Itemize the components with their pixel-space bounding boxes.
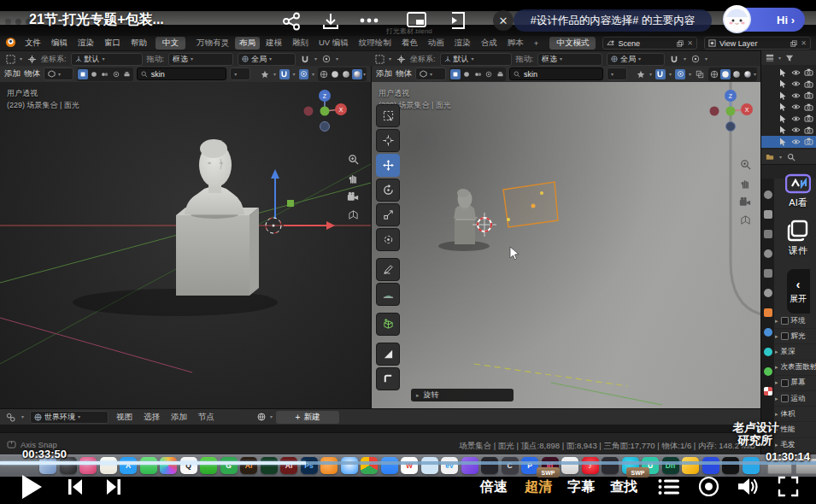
pointer-icon[interactable] xyxy=(778,91,788,100)
tab-output-icon[interactable] xyxy=(764,230,772,238)
properties-panel-row[interactable]: ▸辉光 xyxy=(775,329,816,344)
expand-tab[interactable]: ‹ 展开 xyxy=(787,269,810,314)
camera-icon[interactable] xyxy=(804,79,813,89)
navigation-gizmo[interactable]: Z X xyxy=(301,87,349,135)
outliner-row[interactable] xyxy=(761,102,816,114)
tab-view-layer-icon[interactable] xyxy=(764,249,772,258)
tab-modifiers-icon[interactable] xyxy=(764,328,772,337)
panel-checkbox[interactable] xyxy=(781,317,789,325)
editor-type-icon[interactable] xyxy=(5,412,15,422)
pointer-icon[interactable] xyxy=(778,137,788,146)
world-data-icon[interactable] xyxy=(256,412,267,422)
shader-menu-item[interactable]: 节点 xyxy=(197,412,216,423)
eye-icon[interactable] xyxy=(791,126,801,135)
record-icon[interactable] xyxy=(698,476,719,497)
cursor-tool[interactable] xyxy=(376,129,400,152)
orthographic-toggle-icon[interactable] xyxy=(740,214,751,226)
shading-mode-strip[interactable]: ▾ xyxy=(708,67,757,81)
visibility-icon[interactable] xyxy=(261,69,270,79)
snap-magnet-icon[interactable] xyxy=(655,69,666,79)
camera-icon[interactable] xyxy=(804,114,813,123)
cast-icon[interactable] xyxy=(449,11,467,30)
measure-tool[interactable] xyxy=(376,283,400,306)
tab-scene-icon[interactable] xyxy=(764,269,772,278)
outliner-row[interactable] xyxy=(761,79,816,91)
previous-button[interactable] xyxy=(68,478,83,495)
tab-tool-icon[interactable] xyxy=(764,190,772,199)
shader-menu-item[interactable]: 视图 xyxy=(114,412,134,423)
viewport-right[interactable]: 添加 物体 ▾ skin ▾ ▾ ▾ ▾ xyxy=(371,66,761,408)
tab-physics-icon[interactable] xyxy=(764,367,772,376)
visibility-icon[interactable] xyxy=(636,69,646,79)
outliner-row[interactable] xyxy=(761,125,816,137)
inset-faces-tool[interactable] xyxy=(376,367,400,390)
fullscreen-icon[interactable] xyxy=(778,476,799,497)
overlays-icon[interactable] xyxy=(695,69,705,79)
share-icon[interactable] xyxy=(282,12,301,31)
pivot-dropdown[interactable]: 全局▾ xyxy=(607,53,665,66)
progress-bar[interactable] xyxy=(0,461,816,465)
orthographic-toggle-icon[interactable] xyxy=(348,209,359,220)
filter-dropdown[interactable]: ▾ xyxy=(230,67,249,80)
outliner-row[interactable] xyxy=(761,67,816,79)
camera-view-icon[interactable] xyxy=(739,196,751,207)
pivot-dropdown[interactable]: 全局▾ xyxy=(238,53,296,66)
active-tool-icon[interactable] xyxy=(374,54,385,64)
annotate-tool[interactable] xyxy=(376,258,400,281)
add-primitive-tool[interactable] xyxy=(376,313,400,336)
viewport-left-scene[interactable]: 用户透视 (229) 场景集合 | 面光 Z X xyxy=(0,82,371,408)
proportional-edit-icon[interactable] xyxy=(321,54,332,64)
properties-panel-row[interactable]: ▸次表面散射 xyxy=(775,360,816,376)
extrude-region-tool[interactable] xyxy=(376,343,400,366)
ai-watch-icon[interactable] xyxy=(785,173,811,194)
add-menu[interactable]: 添加 xyxy=(4,68,21,79)
properties-panel-row[interactable]: ▸景深 xyxy=(775,344,816,360)
eye-icon[interactable] xyxy=(791,67,801,77)
orientation-dropdown[interactable]: 默认▾ xyxy=(71,53,143,66)
playlist-icon[interactable] xyxy=(658,478,680,496)
zoom-icon[interactable] xyxy=(348,154,359,165)
pointer-icon[interactable] xyxy=(778,79,788,89)
assistant-avatar[interactable] xyxy=(723,5,751,33)
cursor-tool-icon[interactable] xyxy=(396,54,406,64)
panel-checkbox[interactable] xyxy=(781,379,789,387)
camera-icon[interactable] xyxy=(804,91,813,100)
proportional-edit-icon[interactable] xyxy=(690,54,701,64)
viewport-left[interactable]: 添加 物体 ▾ skin ▾ ▾ ▾ ▾ xyxy=(0,66,371,408)
search-icon[interactable] xyxy=(786,152,796,162)
select-mode-strip[interactable] xyxy=(77,67,133,81)
properties-panel-row[interactable]: ▸运动 xyxy=(775,391,816,407)
eye-icon[interactable] xyxy=(791,137,801,146)
shader-menu-item[interactable]: 选择 xyxy=(142,412,161,423)
outliner-row[interactable] xyxy=(761,113,816,125)
camera-view-icon[interactable] xyxy=(347,191,359,202)
object-menu[interactable]: 物体 xyxy=(24,68,40,79)
transform-tool[interactable] xyxy=(376,228,400,251)
drag-dropdown[interactable]: 框选▾ xyxy=(168,53,233,66)
display-mode-icon[interactable] xyxy=(765,53,775,63)
orientation-dropdown[interactable]: 默认▾ xyxy=(440,53,512,66)
tab-render-icon[interactable] xyxy=(764,210,772,219)
topic-pill[interactable]: #设计作品的内容选择# 的主要内容 xyxy=(514,9,712,32)
panel-checkbox[interactable] xyxy=(781,332,789,340)
more-icon[interactable] xyxy=(359,17,379,24)
panel-checkbox[interactable] xyxy=(781,395,789,402)
outliner-row[interactable] xyxy=(761,136,816,148)
pointer-icon[interactable] xyxy=(778,103,788,112)
download-icon[interactable] xyxy=(321,12,340,31)
shader-menu-item[interactable]: 添加 xyxy=(169,412,189,423)
scale-tool[interactable] xyxy=(376,203,400,226)
volume-icon[interactable] xyxy=(737,476,760,497)
snap-icon[interactable] xyxy=(300,54,310,64)
select-box-tool[interactable] xyxy=(376,104,400,127)
courseware-icon[interactable] xyxy=(787,220,809,242)
camera-icon[interactable] xyxy=(804,137,813,146)
move-tool[interactable] xyxy=(376,154,400,177)
properties-panel-row[interactable]: ▸屏幕 xyxy=(775,376,816,391)
tab-particles-icon[interactable] xyxy=(764,348,772,356)
pointer-icon[interactable] xyxy=(778,67,788,77)
drag-dropdown[interactable]: 框选▾ xyxy=(537,53,602,66)
cursor-tool-icon[interactable] xyxy=(26,54,37,64)
search-input[interactable]: skin xyxy=(137,67,226,80)
object-menu[interactable]: 物体 xyxy=(396,68,412,79)
